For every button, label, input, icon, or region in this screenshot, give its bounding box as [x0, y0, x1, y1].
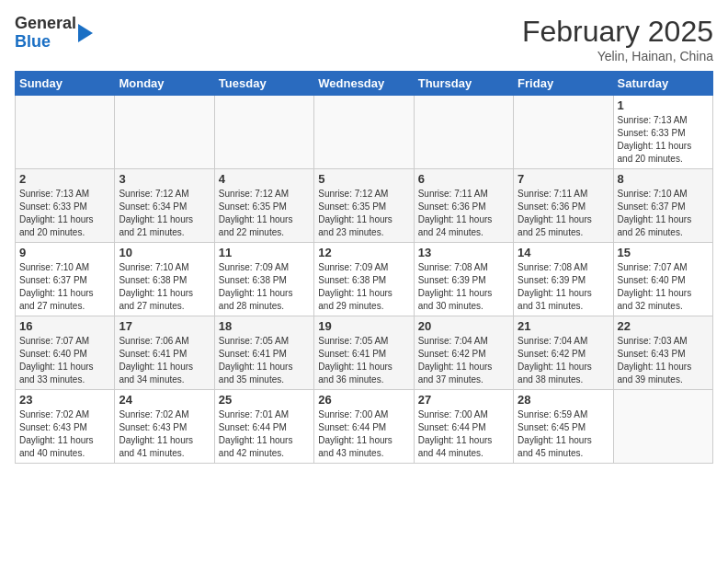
calendar-cell: 11Sunrise: 7:09 AM Sunset: 6:38 PM Dayli… — [214, 243, 313, 316]
calendar-cell: 28Sunrise: 6:59 AM Sunset: 6:45 PM Dayli… — [514, 390, 613, 464]
day-info: Sunrise: 7:12 AM Sunset: 6:35 PM Dayligh… — [318, 188, 409, 239]
day-info: Sunrise: 7:02 AM Sunset: 6:43 PM Dayligh… — [19, 408, 110, 460]
day-number: 11 — [219, 246, 310, 259]
day-info: Sunrise: 7:11 AM Sunset: 6:36 PM Dayligh… — [518, 188, 609, 239]
month-title: February 2025 — [522, 15, 713, 49]
day-info: Sunrise: 7:13 AM Sunset: 6:33 PM Dayligh… — [19, 188, 110, 239]
day-number: 9 — [19, 246, 110, 259]
calendar-cell: 5Sunrise: 7:12 AM Sunset: 6:35 PM Daylig… — [314, 169, 414, 243]
logo-blue: Blue — [15, 33, 76, 52]
calendar-cell: 3Sunrise: 7:12 AM Sunset: 6:34 PM Daylig… — [115, 169, 214, 243]
day-info: Sunrise: 7:06 AM Sunset: 6:41 PM Dayligh… — [119, 335, 210, 386]
day-number: 5 — [318, 172, 409, 186]
title-block: February 2025 Yelin, Hainan, China — [522, 15, 713, 63]
calendar-cell: 16Sunrise: 7:07 AM Sunset: 6:40 PM Dayli… — [16, 316, 115, 390]
day-info: Sunrise: 7:04 AM Sunset: 6:42 PM Dayligh… — [418, 335, 509, 386]
day-number: 6 — [418, 172, 509, 186]
calendar-week-row: 9Sunrise: 7:10 AM Sunset: 6:37 PM Daylig… — [16, 243, 713, 316]
day-number: 21 — [518, 319, 609, 333]
calendar-cell: 15Sunrise: 7:07 AM Sunset: 6:40 PM Dayli… — [613, 243, 712, 316]
weekday-header-tuesday: Tuesday — [214, 72, 313, 96]
logo-text: General Blue — [15, 15, 76, 52]
day-number: 12 — [318, 246, 409, 259]
logo-arrow-icon — [78, 24, 93, 42]
calendar-cell — [514, 96, 613, 169]
day-info: Sunrise: 7:04 AM Sunset: 6:42 PM Dayligh… — [518, 335, 609, 386]
calendar-cell: 13Sunrise: 7:08 AM Sunset: 6:39 PM Dayli… — [414, 243, 513, 316]
day-number: 24 — [119, 393, 210, 407]
day-info: Sunrise: 7:07 AM Sunset: 6:40 PM Dayligh… — [618, 261, 709, 313]
day-number: 10 — [119, 246, 210, 259]
calendar-cell — [613, 390, 712, 464]
day-info: Sunrise: 7:12 AM Sunset: 6:34 PM Dayligh… — [119, 188, 210, 239]
calendar-week-row: 16Sunrise: 7:07 AM Sunset: 6:40 PM Dayli… — [16, 316, 713, 390]
day-number: 17 — [119, 319, 210, 333]
calendar-cell: 2Sunrise: 7:13 AM Sunset: 6:33 PM Daylig… — [16, 169, 115, 243]
calendar-cell: 26Sunrise: 7:00 AM Sunset: 6:44 PM Dayli… — [314, 390, 414, 464]
day-info: Sunrise: 7:09 AM Sunset: 6:38 PM Dayligh… — [219, 261, 310, 313]
day-info: Sunrise: 7:09 AM Sunset: 6:38 PM Dayligh… — [318, 261, 409, 313]
day-info: Sunrise: 7:05 AM Sunset: 6:41 PM Dayligh… — [318, 335, 409, 386]
day-number: 27 — [418, 393, 509, 407]
weekday-header-thursday: Thursday — [414, 72, 513, 96]
calendar-cell: 25Sunrise: 7:01 AM Sunset: 6:44 PM Dayli… — [214, 390, 313, 464]
day-number: 25 — [219, 393, 310, 407]
day-number: 26 — [318, 393, 409, 407]
calendar-cell: 6Sunrise: 7:11 AM Sunset: 6:36 PM Daylig… — [414, 169, 513, 243]
weekday-header-monday: Monday — [115, 72, 214, 96]
day-number: 1 — [618, 98, 709, 112]
day-number: 14 — [518, 246, 609, 259]
day-number: 3 — [119, 172, 210, 186]
day-info: Sunrise: 7:01 AM Sunset: 6:44 PM Dayligh… — [219, 408, 310, 460]
weekday-header-friday: Friday — [514, 72, 613, 96]
calendar-cell: 23Sunrise: 7:02 AM Sunset: 6:43 PM Dayli… — [16, 390, 115, 464]
calendar-cell: 14Sunrise: 7:08 AM Sunset: 6:39 PM Dayli… — [514, 243, 613, 316]
day-number: 16 — [19, 319, 110, 333]
calendar-cell: 19Sunrise: 7:05 AM Sunset: 6:41 PM Dayli… — [314, 316, 414, 390]
calendar-cell: 21Sunrise: 7:04 AM Sunset: 6:42 PM Dayli… — [514, 316, 613, 390]
calendar-cell: 7Sunrise: 7:11 AM Sunset: 6:36 PM Daylig… — [514, 169, 613, 243]
calendar-cell: 12Sunrise: 7:09 AM Sunset: 6:38 PM Dayli… — [314, 243, 414, 316]
calendar-cell: 18Sunrise: 7:05 AM Sunset: 6:41 PM Dayli… — [214, 316, 313, 390]
day-info: Sunrise: 7:10 AM Sunset: 6:37 PM Dayligh… — [618, 188, 709, 239]
weekday-header-wednesday: Wednesday — [314, 72, 414, 96]
calendar-cell: 8Sunrise: 7:10 AM Sunset: 6:37 PM Daylig… — [613, 169, 712, 243]
calendar-cell: 27Sunrise: 7:00 AM Sunset: 6:44 PM Dayli… — [414, 390, 513, 464]
weekday-header-sunday: Sunday — [16, 72, 115, 96]
day-info: Sunrise: 7:07 AM Sunset: 6:40 PM Dayligh… — [19, 335, 110, 386]
calendar-cell: 1Sunrise: 7:13 AM Sunset: 6:33 PM Daylig… — [613, 96, 712, 169]
calendar-cell: 17Sunrise: 7:06 AM Sunset: 6:41 PM Dayli… — [115, 316, 214, 390]
calendar-cell — [16, 96, 115, 169]
day-info: Sunrise: 7:12 AM Sunset: 6:35 PM Dayligh… — [219, 188, 310, 239]
page-header: General Blue February 2025 Yelin, Hainan… — [15, 15, 713, 63]
calendar-table: SundayMondayTuesdayWednesdayThursdayFrid… — [15, 71, 713, 464]
day-info: Sunrise: 7:00 AM Sunset: 6:44 PM Dayligh… — [418, 408, 509, 460]
logo: General Blue — [15, 15, 93, 52]
day-number: 22 — [618, 319, 709, 333]
day-info: Sunrise: 7:05 AM Sunset: 6:41 PM Dayligh… — [219, 335, 310, 386]
calendar-cell: 24Sunrise: 7:02 AM Sunset: 6:43 PM Dayli… — [115, 390, 214, 464]
day-number: 28 — [518, 393, 609, 407]
day-number: 18 — [219, 319, 310, 333]
calendar-cell: 22Sunrise: 7:03 AM Sunset: 6:43 PM Dayli… — [613, 316, 712, 390]
calendar-cell — [115, 96, 214, 169]
day-info: Sunrise: 7:11 AM Sunset: 6:36 PM Dayligh… — [418, 188, 509, 239]
day-info: Sunrise: 7:13 AM Sunset: 6:33 PM Dayligh… — [618, 114, 709, 166]
day-info: Sunrise: 7:08 AM Sunset: 6:39 PM Dayligh… — [518, 261, 609, 313]
calendar-week-row: 1Sunrise: 7:13 AM Sunset: 6:33 PM Daylig… — [16, 96, 713, 169]
day-info: Sunrise: 7:10 AM Sunset: 6:38 PM Dayligh… — [119, 261, 210, 313]
day-number: 15 — [618, 246, 709, 259]
day-number: 23 — [19, 393, 110, 407]
day-number: 13 — [418, 246, 509, 259]
calendar-cell — [214, 96, 313, 169]
day-number: 19 — [318, 319, 409, 333]
calendar-cell: 20Sunrise: 7:04 AM Sunset: 6:42 PM Dayli… — [414, 316, 513, 390]
day-info: Sunrise: 6:59 AM Sunset: 6:45 PM Dayligh… — [518, 408, 609, 460]
day-info: Sunrise: 7:00 AM Sunset: 6:44 PM Dayligh… — [318, 408, 409, 460]
day-number: 7 — [518, 172, 609, 186]
calendar-cell — [314, 96, 414, 169]
day-number: 20 — [418, 319, 509, 333]
calendar-cell: 10Sunrise: 7:10 AM Sunset: 6:38 PM Dayli… — [115, 243, 214, 316]
calendar-week-row: 2Sunrise: 7:13 AM Sunset: 6:33 PM Daylig… — [16, 169, 713, 243]
logo-general: General — [15, 15, 76, 33]
